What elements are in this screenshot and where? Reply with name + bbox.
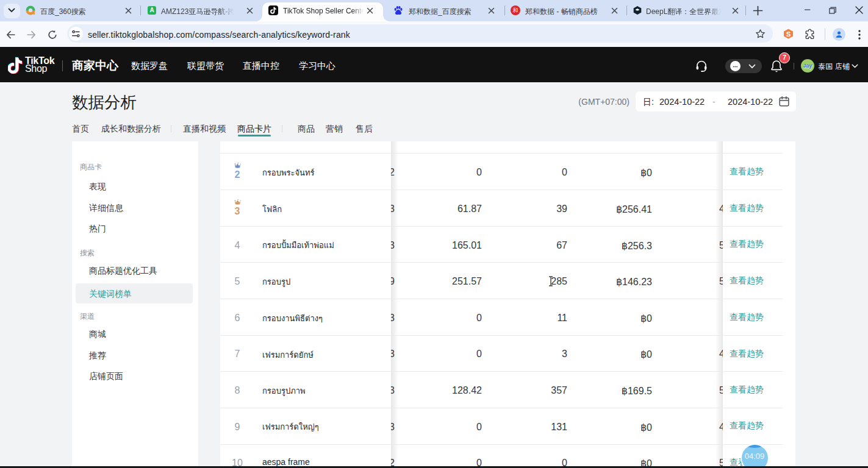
svg-text:S: S bbox=[786, 30, 791, 38]
